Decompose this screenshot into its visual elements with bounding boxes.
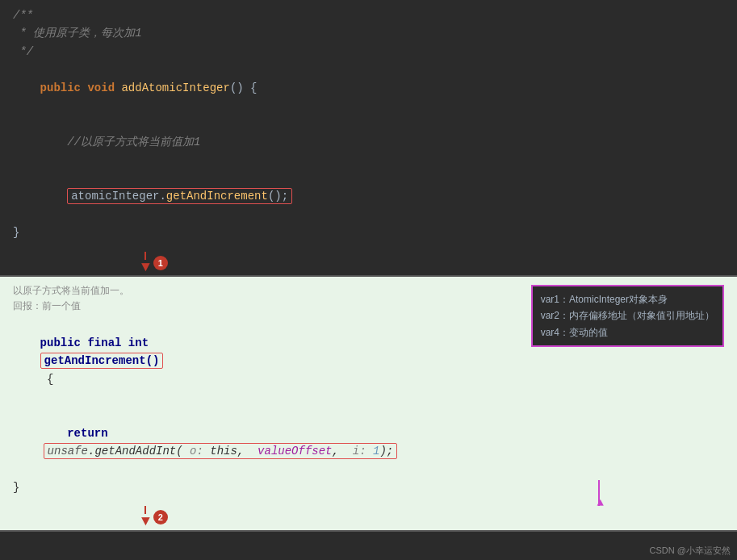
watermark: CSDN @小幸运安然 [650,545,731,557]
pink-line3: var4：变动的值 [541,324,714,341]
code-line-comment-1: * 使用原子类，每次加1 [13,24,724,42]
section2-code: 以原子方式将当前值加一。 回报：前一个值 public final int ge… [0,277,737,504]
arrow2-head: ▼ [141,514,150,529]
arrow1-container: ▼ 1 [0,249,737,275]
pink-line2: var2：内存偏移地址（对象值引用地址） [541,307,714,324]
getAndIncrement-box: getAndIncrement() [40,353,164,369]
section1-code: /** * 使用原子类，每次加1 */ public void addAtomi… [0,0,737,249]
arrow2-visual: ▼ [141,506,150,529]
section3-code: public final int getAndAddInt(Object var… [0,532,737,560]
arrow1-visual: ▼ [141,252,150,274]
unsafe-call-box: unsafe.getAndAddInt( o: this, valueOffse… [44,443,398,459]
pink-line1: var1：AtomicInteger对象本身 [541,291,714,307]
section2-code-line2: return unsafe.getAndAddInt( o: this, val… [13,406,724,479]
code-line-inline-comment: //以原子方式将当前值加1 [13,115,724,169]
up-arrow-pink-head: ▲ [597,496,604,509]
section2-close-brace: } [13,479,724,496]
code-line-atomic-call: atomicInteger.getAndIncrement(); [13,169,724,224]
code-line-comment-end: */ [13,43,724,61]
pink-annotation-box: var1：AtomicInteger对象本身 var2：内存偏移地址（对象值引用… [531,285,724,347]
code-line-comment-start: /** [13,6,724,24]
code-line-close-brace1: } [13,224,724,241]
code-line-method-sig: public void addAtomicInteger() { [13,61,724,115]
circle-2: 2 [153,510,168,524]
arrow2-container: ▼ 2 [0,504,737,530]
circle-1: 1 [153,256,168,270]
arrow1-head: ▼ [141,260,150,274]
atomic-call-box: atomicInteger.getAndIncrement(); [67,188,292,204]
section3-line1: public final int getAndAddInt(Object var… [13,538,724,560]
